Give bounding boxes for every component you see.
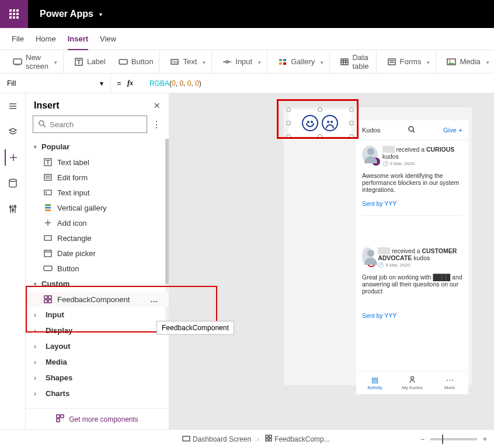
svg-rect-64 — [183, 436, 190, 441]
rail-tree-icon[interactable] — [5, 98, 21, 114]
group-input[interactable]: Input — [26, 307, 169, 323]
nav-activity[interactable]: ▤Activity — [356, 372, 394, 394]
group-display[interactable]: Display — [26, 323, 169, 338]
item-edit-form[interactable]: Edit form — [26, 170, 169, 185]
item-text-label[interactable]: Text label — [26, 155, 169, 170]
item-rectangle[interactable]: Rectangle — [26, 230, 169, 246]
nav-more[interactable]: ⋯More — [431, 372, 468, 394]
menu-file[interactable]: File — [12, 34, 24, 43]
panel-options-icon[interactable]: ⋮ — [152, 119, 162, 130]
resize-handle[interactable] — [286, 121, 291, 125]
chevron-right-icon: › — [257, 435, 259, 443]
avatar-icon — [362, 146, 378, 163]
fx-icon[interactable]: fx — [127, 79, 145, 88]
svg-point-34 — [14, 206, 16, 208]
kudo-title: xxxx received a CUSTOMER ADVOCATE kudos — [378, 247, 462, 261]
app-screen[interactable]: Kudos Give + xxxx received a CURIOUS kud… — [284, 107, 472, 385]
svg-rect-59 — [61, 415, 64, 418]
group-shapes[interactable]: Shapes — [26, 370, 169, 386]
item-button[interactable]: Button — [26, 261, 169, 276]
menu-view[interactable]: View — [100, 34, 116, 43]
badge-icon — [372, 158, 380, 166]
tooltip: FeedbackComponent — [156, 321, 234, 335]
ribbon-text[interactable]: Abc Text — [164, 50, 212, 74]
breadcrumb-component[interactable]: FeedbackComp... — [265, 435, 330, 443]
svg-rect-18 — [388, 59, 395, 65]
title-bar: Power Apps ▾ — [0, 0, 494, 28]
resize-handle[interactable] — [318, 107, 322, 112]
property-dropdown[interactable]: Fill ▾ — [0, 74, 111, 93]
svg-point-61 — [409, 127, 413, 131]
kudo-card-1: xxxx received a CURIOUS kudos 🕐9 Mar, 20… — [356, 140, 468, 213]
menu-insert[interactable]: Insert — [68, 34, 88, 50]
svg-rect-60 — [57, 419, 60, 422]
component-icon — [43, 295, 53, 304]
kudo-date: 🕐9 Mar, 2020 — [378, 262, 462, 268]
item-text-input[interactable]: Text input — [26, 185, 169, 200]
svg-rect-10 — [283, 59, 286, 61]
resize-handle[interactable] — [318, 134, 322, 139]
zoom-slider[interactable] — [430, 438, 477, 440]
group-custom[interactable]: ▾Custom — [26, 276, 169, 292]
forms-icon — [387, 57, 396, 66]
rail-layers-icon[interactable] — [5, 124, 21, 140]
nav-my-kudos[interactable]: My Kudos — [394, 372, 431, 394]
equals-icon: = — [111, 79, 127, 88]
svg-rect-68 — [269, 439, 272, 441]
ribbon-new-screen[interactable]: New screen — [7, 50, 64, 74]
menu-home[interactable]: Home — [36, 34, 56, 43]
svg-rect-53 — [44, 266, 52, 271]
search-input[interactable]: Search — [33, 116, 147, 133]
frown-face-icon — [322, 115, 338, 131]
input-icon — [222, 57, 232, 66]
svg-rect-67 — [266, 439, 268, 441]
ribbon-button[interactable]: Button — [131, 57, 154, 66]
ribbon: New screen Label Button Abc Text Input G… — [0, 50, 494, 74]
canvas[interactable]: Kudos Give + xxxx received a CURIOUS kud… — [169, 93, 494, 429]
selected-component[interactable] — [288, 110, 352, 136]
resize-handle[interactable] — [286, 107, 291, 112]
formula-input[interactable]: RGBA(0, 0, 0, 0) — [145, 79, 494, 88]
close-icon[interactable]: ✕ — [154, 101, 161, 110]
text-icon: Abc — [170, 57, 179, 66]
rail-insert-icon[interactable] — [5, 149, 21, 166]
rail-tools-icon[interactable] — [5, 201, 21, 217]
item-date-picker[interactable]: Date picker — [26, 246, 169, 261]
svg-rect-49 — [44, 250, 51, 257]
group-popular[interactable]: ▾Popular — [26, 139, 169, 155]
resize-handle[interactable] — [286, 134, 291, 139]
resize-handle[interactable] — [349, 134, 354, 139]
environment-caret-icon[interactable]: ▾ — [99, 11, 102, 18]
preview-search-icon[interactable] — [408, 126, 415, 134]
edit-form-icon — [43, 173, 53, 182]
resize-handle[interactable] — [349, 121, 354, 125]
kudo-card-2: xxxx received a CUSTOMER ADVOCATE kudos … — [356, 242, 468, 325]
group-layout[interactable]: Layout — [26, 338, 169, 354]
get-more-components[interactable]: Get more components — [26, 408, 169, 429]
app-launcher-icon[interactable] — [0, 0, 28, 28]
ribbon-data-table[interactable]: Data table — [335, 50, 376, 74]
breadcrumb-screen[interactable]: Dashboard Screen — [182, 435, 251, 443]
item-vertical-gallery[interactable]: Vertical gallery — [26, 200, 169, 215]
ribbon-gallery[interactable]: Gallery — [272, 50, 330, 74]
svg-point-28 — [9, 179, 16, 181]
resize-handle[interactable] — [349, 107, 354, 112]
svg-text:Abc: Abc — [172, 60, 178, 64]
item-feedback-component[interactable]: FeedbackComponent … — [26, 292, 169, 307]
chevron-down-icon: ▾ — [100, 79, 103, 88]
kudo-sender: Sent by YYY — [362, 200, 462, 207]
ribbon-input[interactable]: Input — [217, 50, 267, 74]
group-charts[interactable]: Charts — [26, 386, 169, 401]
rail-data-icon[interactable] — [5, 175, 21, 191]
zoom-out-icon[interactable]: − — [420, 435, 425, 443]
item-add-icon[interactable]: Add icon — [26, 215, 169, 230]
insert-panel: Insert ✕ Search ⋮ ▾Popular Text label Ed… — [26, 93, 169, 429]
ribbon-forms[interactable]: Forms — [381, 50, 437, 74]
kudo-body: Awesome work identifying the performance… — [362, 172, 462, 193]
ribbon-media[interactable]: Media — [441, 50, 494, 74]
preview-give-button[interactable]: Give + — [443, 127, 462, 134]
zoom-in-icon[interactable]: + — [483, 435, 487, 443]
ribbon-label[interactable]: Label — [87, 57, 106, 66]
group-media[interactable]: Media — [26, 354, 169, 370]
item-options-icon[interactable]: … — [150, 295, 158, 304]
